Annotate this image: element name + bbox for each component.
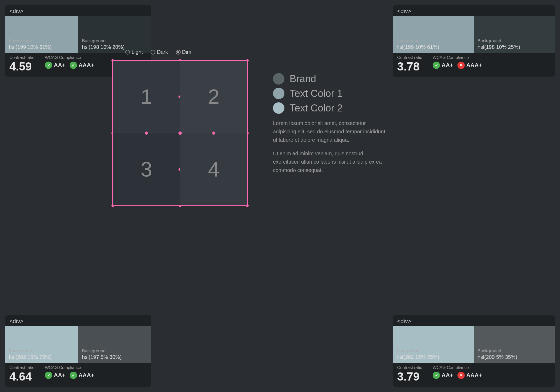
theme-dim[interactable]: Dim [176, 49, 192, 55]
theme-dark[interactable]: Dark [151, 49, 168, 55]
fg-label-bl: Foreground [9, 348, 75, 354]
legend-text2: Text Color 2 [273, 102, 388, 114]
legend-brand: Brand [273, 73, 388, 85]
badge-aa-bl: ✓ AA+ [45, 372, 65, 379]
badge-aaa-icon-br: ✕ [457, 372, 465, 379]
foreground-swatch-bl: Foreground hsl(202 15% 75%) [5, 326, 78, 363]
background-swatch-tl: Background hsl(198 10% 20%) [78, 16, 151, 53]
bg-label-bl: Background [82, 348, 148, 354]
radio-dark[interactable] [151, 50, 155, 55]
handle-cell3-tm[interactable] [145, 132, 148, 135]
card-bottom-right-tag: <div> [393, 315, 555, 326]
contrast-label-bl: Contrast ratio [9, 365, 34, 370]
card-top-right-tag: <div> [393, 5, 555, 16]
contrast-value-bl: 4.64 [9, 370, 34, 383]
wcag-label-tr: WCAG Compliance [433, 55, 482, 60]
background-swatch-br: Background hsl(200 5% 35%) [474, 326, 555, 363]
card-bottom-left-tag: <div> [5, 315, 151, 326]
card-top-right: <div> Foreground hsl(199 10% 61%) Backgr… [393, 5, 555, 77]
handle-cell4-tm[interactable] [212, 132, 215, 135]
badge-aa-icon-bl: ✓ [45, 372, 52, 379]
grid-cell-1: 1 [113, 61, 180, 133]
contrast-value-br: 3.79 [397, 370, 422, 383]
bg-value-br: hsl(200 5% 35%) [478, 354, 551, 360]
wcag-label-tl: WCAG Compliance [45, 55, 94, 60]
badge-aa-tl: ✓ AA+ [45, 62, 65, 69]
foreground-swatch-tl: Foreground hsl(199 10% 61%) [5, 16, 78, 53]
radio-light[interactable] [125, 50, 130, 55]
brand-label: Brand [290, 73, 316, 85]
card-stats-br: Contrast ratio 3.79 WCAG Compliance ✓ AA… [393, 363, 555, 387]
grid-cell-2: 2 [180, 61, 247, 133]
background-swatch-tr: Background hsl(198 10% 25%) [474, 16, 555, 53]
badge-aa-br: ✓ AA+ [433, 372, 453, 379]
badge-aa-icon-tr: ✓ [433, 62, 440, 69]
wcag-label-bl: WCAG Compliance [45, 365, 94, 370]
foreground-swatch-tr: Foreground hsl(199 10% 61%) [393, 16, 474, 53]
text1-dot [273, 88, 284, 99]
badge-aaa-br: ✕ AAA+ [457, 372, 482, 379]
card-stats-tr: Contrast ratio 3.78 WCAG Compliance ✓ AA… [393, 53, 555, 77]
right-panel: Brand Text Color 1 Text Color 2 Lorem ip… [273, 73, 388, 179]
theme-light[interactable]: Light [125, 49, 143, 55]
contrast-label-tl: Contrast ratio [9, 55, 34, 60]
wcag-label-br: WCAG Compliance [433, 365, 482, 370]
fg-value-bl: hsl(202 15% 75%) [9, 354, 75, 360]
contrast-value-tr: 3.78 [397, 60, 422, 73]
theme-dark-label: Dark [157, 49, 168, 55]
grid-cell-4: 4 [180, 133, 247, 206]
fg-value-tl: hsl(199 10% 61%) [9, 44, 75, 50]
bg-label-tl: Background [82, 38, 148, 44]
radio-dim[interactable] [176, 50, 181, 55]
background-swatch-bl: Background hsl(197 5% 30%) [78, 326, 151, 363]
contrast-label-tr: Contrast ratio [397, 55, 422, 60]
bg-value-bl: hsl(197 5% 30%) [82, 354, 148, 360]
foreground-swatch-br: Foreground hsl(202 15% 75%) [393, 326, 474, 363]
badge-aaa-tr: ✕ AAA+ [457, 62, 482, 69]
legend-text1: Text Color 1 [273, 88, 388, 99]
badge-aaa-icon-bl: ✓ [70, 372, 77, 379]
fg-label-br: Foreground [397, 348, 470, 354]
theme-light-label: Light [132, 49, 143, 55]
fg-value-tr: hsl(199 10% 61%) [397, 44, 470, 50]
bg-label-tr: Background [478, 38, 551, 44]
canvas-grid: 1 2 3 4 [113, 61, 247, 206]
badge-aa-icon-tl: ✓ [45, 62, 52, 69]
bg-value-tr: hsl(198 10% 25%) [478, 44, 551, 50]
description-para2: Ut enim ad minim veniam, quis nostrud ex… [273, 149, 388, 174]
badge-aaa-tl: ✓ AAA+ [70, 62, 94, 69]
contrast-label-br: Contrast ratio [397, 365, 422, 370]
text1-label: Text Color 1 [290, 88, 343, 99]
badge-aaa-icon-tl: ✓ [70, 62, 77, 69]
fg-label-tl: Foreground [9, 38, 75, 44]
badge-aaa-icon-tr: ✕ [457, 62, 465, 69]
grid-cell-3: 3 [113, 133, 180, 206]
description-para1: Lorem ipsum dolor sit amet, consectetur … [273, 119, 388, 144]
badge-aa-icon-br: ✓ [433, 372, 440, 379]
theme-dim-label: Dim [182, 49, 192, 55]
card-stats-bl: Contrast ratio 4.64 WCAG Compliance ✓ AA… [5, 363, 151, 387]
card-bottom-right: <div> Foreground hsl(202 15% 75%) Backgr… [393, 315, 555, 387]
handle-cell1-br[interactable] [178, 132, 181, 134]
theme-selector: Light Dark Dim [125, 49, 191, 55]
text2-dot [273, 102, 284, 114]
badge-aaa-bl: ✓ AAA+ [70, 372, 94, 379]
fg-value-br: hsl(202 15% 75%) [397, 354, 470, 360]
brand-dot [273, 73, 284, 85]
card-bottom-left: <div> Foreground hsl(202 15% 75%) Backgr… [5, 315, 151, 387]
card-top-left-tag: <div> [5, 5, 151, 16]
badge-aa-tr: ✓ AA+ [433, 62, 453, 69]
contrast-value-tl: 4.59 [9, 60, 34, 73]
canvas-grid-wrapper: 1 2 3 4 [112, 60, 248, 206]
bg-label-br: Background [478, 348, 551, 354]
fg-label-tr: Foreground [397, 38, 470, 44]
text2-label: Text Color 2 [290, 103, 343, 114]
